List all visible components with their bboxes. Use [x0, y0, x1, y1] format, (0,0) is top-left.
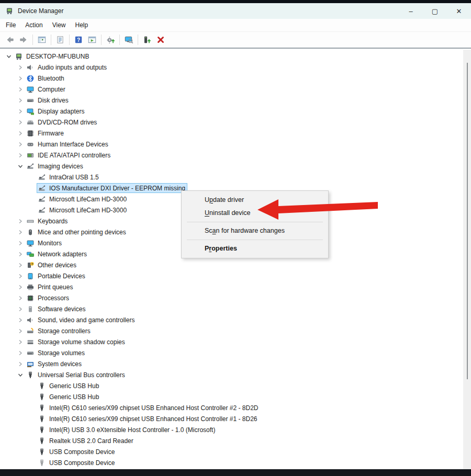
tree-item-body[interactable]: Microsoft LifeCam HD-3000 — [37, 205, 129, 215]
tree-item-body[interactable]: Audio inputs and outputs — [25, 62, 109, 72]
tree-item[interactable]: Imaging devices — [0, 161, 471, 172]
menu-view[interactable]: View — [48, 21, 71, 29]
tree-item[interactable]: Processors — [0, 292, 471, 303]
tree-item[interactable]: Firmware — [0, 128, 471, 139]
help-button[interactable]: ? — [72, 33, 85, 46]
tree-item[interactable]: Storage volumes — [0, 347, 471, 358]
tree-item-body[interactable]: IDE ATA/ATAPI controllers — [25, 150, 113, 160]
tree-item-body[interactable]: Print queues — [25, 282, 75, 292]
tree-item-body[interactable]: Storage volume shadow copies — [25, 337, 127, 347]
chevron-right-icon[interactable] — [16, 316, 25, 324]
tree-item[interactable]: Software devices — [0, 303, 471, 314]
chevron-right-icon[interactable] — [16, 360, 25, 368]
tree-item[interactable]: Display adapters — [0, 106, 471, 117]
tree-item-body[interactable]: Processors — [25, 293, 71, 303]
tree-item-body[interactable]: Generic USB Hub — [37, 392, 101, 402]
chevron-right-icon[interactable] — [16, 118, 25, 127]
tree-item[interactable]: USB Composite Device — [0, 446, 471, 457]
context-menu-item-properties[interactable]: Properties — [182, 242, 328, 255]
tree-item[interactable]: Universal Serial Bus controllers — [0, 369, 471, 380]
chevron-right-icon[interactable] — [16, 261, 25, 269]
tree-item-body[interactable]: Storage volumes — [25, 348, 87, 358]
tree-item[interactable]: Sound, video and game controllers — [0, 314, 471, 325]
scrollbar-thumb[interactable] — [467, 63, 468, 379]
tree-item-body[interactable]: Display adapters — [25, 106, 86, 116]
tree-item[interactable]: DVD/CD-ROM drives — [0, 117, 471, 128]
chevron-right-icon[interactable] — [16, 305, 25, 313]
tree-item[interactable]: USB Composite Device — [0, 457, 471, 468]
chevron-right-icon[interactable] — [16, 228, 25, 236]
chevron-right-icon[interactable] — [16, 85, 25, 94]
tree-item[interactable]: Bluetooth — [0, 73, 471, 84]
show-console-tree-button[interactable] — [35, 33, 49, 46]
tree-item[interactable]: Intel(R) C610 series/X99 chipset USB Enh… — [0, 402, 471, 413]
chevron-right-icon[interactable] — [16, 283, 25, 291]
tree-item-body[interactable]: ?Other devices — [25, 260, 78, 270]
tree-item-body[interactable]: Microsoft LifeCam HD-3000 — [37, 194, 129, 204]
tree-item-body[interactable]: Imaging devices — [25, 161, 85, 171]
chevron-right-icon[interactable] — [16, 63, 25, 72]
tree-item[interactable]: Intel(R) C610 series/X99 chipset USB Enh… — [0, 413, 471, 424]
back-button[interactable] — [3, 33, 17, 46]
chevron-right-icon[interactable] — [16, 129, 25, 138]
minimize-button[interactable]: – — [399, 3, 423, 19]
tree-item-body[interactable]: DVD/CD-ROM drives — [25, 117, 99, 127]
tree-item-body[interactable]: USB Composite Device — [37, 447, 117, 457]
tree-item-body[interactable]: USB Composite Device — [37, 458, 117, 468]
tree-item[interactable]: Intel(R) USB 3.0 eXtensible Host Control… — [0, 424, 471, 435]
driver-update-button[interactable] — [140, 33, 154, 46]
tree-item-body[interactable]: DESKTOP-MFUBUNB — [14, 51, 91, 61]
chevron-right-icon[interactable] — [16, 96, 25, 105]
tree-item-body[interactable]: Software devices — [25, 304, 87, 314]
tree-item[interactable]: Generic USB Hub — [0, 391, 471, 402]
chevron-down-icon[interactable] — [4, 52, 14, 61]
show-action-pane-button[interactable] — [85, 33, 99, 46]
chevron-right-icon[interactable] — [16, 250, 25, 258]
tree-item-body[interactable]: System devices — [25, 359, 84, 369]
tree-item[interactable]: Generic USB Hub — [0, 380, 471, 391]
tree-item-body[interactable]: Sound, video and game controllers — [25, 315, 137, 325]
tree-item-body[interactable]: Human Interface Devices — [25, 139, 110, 149]
chevron-down-icon[interactable] — [16, 162, 25, 171]
tree-item[interactable]: IntraOral USB 1.5 — [0, 172, 471, 183]
tree-item-body[interactable]: Mice and other pointing devices — [25, 227, 128, 237]
tree-item[interactable]: IDE ATA/ATAPI controllers — [0, 150, 471, 161]
tree-item-selected[interactable]: IOS Manufacturer DXI Driver - EEPROM mis… — [37, 183, 187, 193]
context-menu-item-scan-for-hardware-changes[interactable]: Scan for hardware changes — [182, 224, 328, 237]
chevron-right-icon[interactable] — [16, 239, 25, 247]
tree-item[interactable]: Storage volume shadow copies — [0, 336, 471, 347]
chevron-right-icon[interactable] — [16, 327, 25, 335]
tree-item-body[interactable]: Keyboards — [25, 216, 70, 226]
chevron-right-icon[interactable] — [16, 217, 25, 225]
chevron-right-icon[interactable] — [16, 107, 25, 116]
tree-item[interactable]: Disk drives — [0, 95, 471, 106]
properties-button[interactable] — [53, 33, 67, 46]
tree-item[interactable]: ?Other devices — [0, 259, 471, 270]
forward-button[interactable] — [17, 33, 30, 46]
tree-item[interactable]: Storage controllers — [0, 325, 471, 336]
tree-item-body[interactable]: Network adapters — [25, 249, 89, 259]
tree-item[interactable]: Audio inputs and outputs — [0, 62, 471, 73]
chevron-down-icon[interactable] — [16, 371, 25, 379]
update-driver-button[interactable] — [104, 33, 117, 46]
tree-item-body[interactable]: Disk drives — [25, 95, 71, 105]
chevron-right-icon[interactable] — [16, 151, 25, 160]
maximize-button[interactable]: ▢ — [423, 3, 447, 19]
tree-item[interactable]: Portable Devices — [0, 270, 471, 281]
tree-item-body[interactable]: Realtek USB 2.0 Card Reader — [37, 436, 136, 446]
tree-item-body[interactable]: IntraOral USB 1.5 — [37, 172, 101, 182]
menu-action[interactable]: Action — [20, 21, 47, 29]
tree-item-body[interactable]: Bluetooth — [25, 73, 66, 83]
close-button[interactable]: ✕ — [447, 3, 471, 19]
vertical-scrollbar[interactable] — [463, 50, 471, 469]
chevron-right-icon[interactable] — [16, 349, 25, 357]
tree-item[interactable]: System devices — [0, 358, 471, 369]
uninstall-device-button[interactable] — [154, 33, 167, 46]
tree-item-body[interactable]: Intel(R) USB 3.0 eXtensible Host Control… — [37, 425, 217, 435]
tree-item[interactable]: Human Interface Devices — [0, 139, 471, 150]
chevron-right-icon[interactable] — [16, 74, 25, 83]
tree-item-body[interactable]: Monitors — [25, 238, 64, 248]
menu-help[interactable]: Help — [71, 21, 93, 29]
tree-item-body[interactable]: Generic USB Hub — [37, 381, 101, 391]
tree-item-body[interactable]: Computer — [25, 84, 68, 94]
